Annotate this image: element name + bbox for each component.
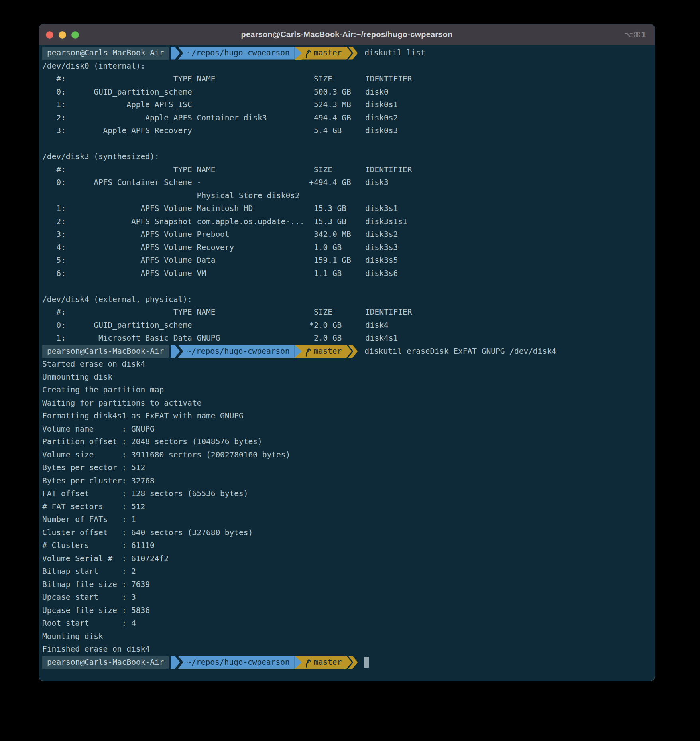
powerline-arrow-icon — [295, 47, 302, 60]
prompt-directory-segment: ~/repos/hugo-cwpearson — [178, 47, 295, 60]
command-text: diskutil list — [364, 47, 425, 60]
git-branch-name: master — [314, 656, 342, 669]
terminal-screen[interactable]: pearson@Carls-MacBook-Air ~/repos/hugo-c… — [39, 45, 655, 681]
window-title: pearson@Carls-MacBook-Air:~/repos/hugo-c… — [241, 30, 453, 39]
prompt-host-segment: pearson@Carls-MacBook-Air — [42, 656, 169, 669]
prompt-host-segment: pearson@Carls-MacBook-Air — [42, 345, 169, 358]
terminal-output-diskutil-list: /dev/disk0 (internal): #: TYPE NAME SIZE… — [42, 60, 655, 345]
close-button[interactable] — [46, 31, 53, 39]
prompt-line: pearson@Carls-MacBook-Air ~/repos/hugo-c… — [42, 656, 655, 669]
cursor-block — [364, 657, 369, 668]
prompt-line: pearson@Carls-MacBook-Air ~/repos/hugo-c… — [42, 345, 655, 358]
title-bar[interactable]: pearson@Carls-MacBook-Air:~/repos/hugo-c… — [39, 24, 655, 45]
prompt-git-segment: master — [302, 47, 352, 60]
prompt-directory: ~/repos/hugo-cwpearson — [187, 47, 290, 60]
powerline-arrow-icon — [171, 345, 180, 358]
git-branch-name: master — [314, 47, 342, 60]
prompt-git-segment: master — [302, 345, 352, 358]
desktop: pearson@Carls-MacBook-Air:~/repos/hugo-c… — [0, 0, 700, 741]
terminal-output-erase-disk: Started erase on disk4 Unmounting disk C… — [42, 358, 655, 656]
powerline-arrow-icon — [171, 656, 180, 669]
prompt-user-host: pearson@Carls-MacBook-Air — [47, 345, 164, 358]
git-branch-icon — [305, 657, 311, 668]
powerline-arrow-icon — [295, 656, 302, 669]
powerline-arrow-icon — [295, 345, 302, 358]
terminal-window: pearson@Carls-MacBook-Air:~/repos/hugo-c… — [39, 24, 655, 681]
git-branch-name: master — [314, 345, 342, 358]
window-controls — [46, 24, 79, 45]
prompt-host-segment: pearson@Carls-MacBook-Air — [42, 47, 169, 60]
prompt-line: pearson@Carls-MacBook-Air ~/repos/hugo-c… — [42, 47, 655, 60]
minimize-button[interactable] — [59, 31, 66, 39]
command-text: diskutil eraseDisk ExFAT GNUPG /dev/disk… — [364, 345, 556, 358]
prompt-directory: ~/repos/hugo-cwpearson — [187, 345, 290, 358]
zoom-button[interactable] — [71, 31, 79, 39]
prompt-user-host: pearson@Carls-MacBook-Air — [47, 656, 164, 669]
powerline-arrow-icon — [171, 47, 180, 60]
prompt-directory: ~/repos/hugo-cwpearson — [187, 656, 290, 669]
prompt-user-host: pearson@Carls-MacBook-Air — [47, 47, 164, 60]
git-branch-icon — [305, 48, 311, 58]
prompt-directory-segment: ~/repos/hugo-cwpearson — [178, 656, 295, 669]
prompt-git-segment: master — [302, 656, 352, 669]
window-shortcut: ⌥⌘1 — [624, 24, 647, 45]
prompt-directory-segment: ~/repos/hugo-cwpearson — [178, 345, 295, 358]
git-branch-icon — [305, 346, 311, 357]
